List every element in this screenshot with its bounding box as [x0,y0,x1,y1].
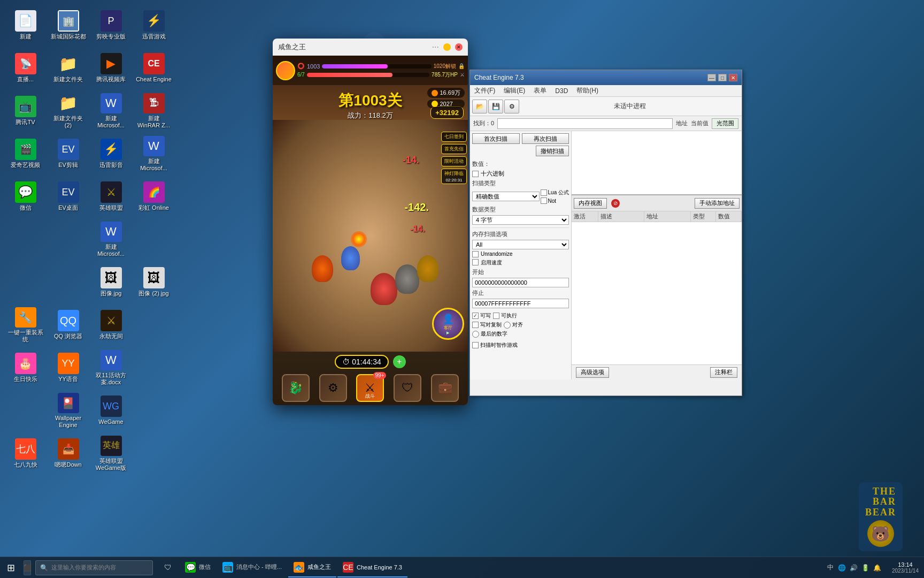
desktop-icon-wegame[interactable]: WG WeGame [91,391,131,431]
desktop-icon-img1[interactable]: 🖼 图像.jpg [91,262,131,302]
desktop-icon-qibao[interactable]: 七八 七八九快 [5,434,45,474]
desktop-icon-qq-tv[interactable]: 📺 腾讯TV [5,91,45,131]
tray-network-icon[interactable]: 🌐 [837,563,847,573]
tray-notification-icon[interactable]: 🔔 [873,563,882,573]
desktop-icon-new-doc[interactable]: 📄 新建 [5,5,45,45]
ce-undo-scan-btn[interactable]: 撤销扫描 [536,146,569,156]
ce-stop-input[interactable] [472,299,569,308]
taskbar-clock[interactable]: 13:14 2023/11/14 [887,561,924,574]
event-btn-3[interactable]: 限时活动 [441,156,467,166]
ce-menu-help[interactable]: 帮助(H) [572,85,603,96]
ce-not-checkbox[interactable] [541,197,547,204]
tray-battery-icon[interactable]: 🔋 [861,563,871,573]
desktop-icon-ev-recorder[interactable]: EV EV剪辑 [48,134,88,174]
ce-next-scan-btn[interactable]: 再次扫描 [522,133,569,144]
ce-minimize-button[interactable]: — [707,74,716,81]
desktop-icon-folder2[interactable]: 📁 新建文件夹 (2) [48,91,88,131]
ce-value-type-select[interactable]: 4 字节 2 字节 8 字节 Float Double [472,215,569,225]
ce-unrandom-checkbox[interactable] [472,251,479,257]
desktop-icon-qq-browser[interactable]: QQ QQ 浏览器 [48,305,88,345]
taskbar-search-bar[interactable]: 🔍 这里输入你要搜索的内容 [35,560,153,575]
desktop-icon-ev-wall[interactable]: EV EV桌面 [48,177,88,217]
desktop-icon-winrar[interactable]: 🗜 新建 WinRAR Z... [134,91,174,131]
desktop-icon-img2[interactable]: 🖼 图像 (2).jpg [134,262,174,302]
desktop-icon-ms-new2[interactable]: W 新建 Microsof... [134,134,174,174]
ce-val-type-btn[interactable]: 光范围 [712,118,738,129]
add-button[interactable]: + [393,355,406,368]
ce-tool-save[interactable]: 💾 [488,100,503,113]
ce-add-manual-btn[interactable]: 手动添加地址 [695,198,740,209]
ce-col-type: 类型 [691,211,717,222]
ce-disable-speed-checkbox[interactable] [472,259,479,265]
desktop-icon-birthday[interactable]: 🎂 生日快乐 [5,348,45,388]
window-minimize-button[interactable] [443,43,451,51]
ce-lua-checkbox[interactable] [541,189,547,196]
ce-tool-open[interactable]: 📂 [472,100,487,113]
desktop-icon-xunlei-game[interactable]: ⚡ 迅雷游戏 [134,5,174,45]
ce-menu-edit[interactable]: 编辑(E) [499,85,529,96]
desktop-icon-new-ms[interactable]: W 新建 Microsof... [91,91,131,131]
ce-advanced-btn[interactable]: 高级选项 [576,367,609,378]
skill-btn-1[interactable]: 🐉 [282,374,310,402]
desktop-icon-wechat[interactable]: 💬 微信 [5,177,45,217]
event-btn-4[interactable]: 神灯降临02:20:31 [441,169,467,184]
skill-btn-3[interactable]: 🛡 [394,374,421,402]
room-button[interactable]: 👤 客厅 ▶ [432,308,464,340]
taskbar-item-ce[interactable]: CE Cheat Engine 7.3 [337,558,407,577]
desktop-icon-tencent-video[interactable]: ▶ 腾讯视频库 [91,48,131,88]
desktop-icon-intl-plaza[interactable]: 新城国际花都 [48,5,88,45]
window-close-button[interactable]: ✕ [455,43,463,51]
tray-sound-icon[interactable]: 🔊 [849,563,859,573]
ce-scan-type-select[interactable]: 精确数值 模糊扫描 未知初始值 [472,192,540,201]
event-btn-1[interactable]: 七日签到 [441,132,467,142]
ce-last-digit-radio[interactable] [472,331,479,338]
ce-mem-view-btn[interactable]: 内存视图 [574,198,607,209]
tray-input-icon[interactable]: 中 [826,563,835,573]
ce-menu-table[interactable]: 表单 [529,85,551,96]
desktop-icon-yongbao[interactable]: ⚔ 永劫无间 [91,305,131,345]
skill-btn-4[interactable]: 💼 [431,374,459,402]
desktop-icon-xunlei-video[interactable]: ⚡ 迅雷影音 [91,134,131,174]
start-button[interactable]: ⊞ [0,557,21,579]
ce-tool-settings[interactable]: ⚙ [504,100,519,113]
ce-menu-d3d[interactable]: D3D [551,86,572,96]
taskbar-item-wechat[interactable]: 💬 微信 [180,558,216,577]
desktop-icon-nenenu[interactable]: 📥 嗯嗯Down [48,434,88,474]
desktop-icon-double11[interactable]: W 双11活动方案.docx [91,348,131,388]
desktop-icon-iqiyi[interactable]: 🎬 爱奇艺视频 [5,134,45,174]
desktop-icon-wallpaper[interactable]: 🎴 Wallpaper Engine [48,391,88,431]
desktop-icon-hero-league[interactable]: ⚔ 英雄联盟 [91,177,131,217]
desktop-icon-premiere[interactable]: P 剪映专业版 [91,5,131,45]
desktop-icon-yy[interactable]: YY YY语音 [48,348,88,388]
taskbar-item-fish-game[interactable]: 🐟 咸鱼之王 [288,558,336,577]
desktop-icon-new-ms3[interactable]: W 新建 Microsof... [91,219,131,260]
ce-hex-checkbox[interactable] [472,171,479,177]
taskbar-item-news[interactable]: 📺 消息中心 - 哔哩... [217,558,287,577]
task-view-button[interactable]: ⬛ [24,560,31,575]
ce-copy-checkbox[interactable] [472,322,479,328]
ce-menu-file[interactable]: 文件(F) [470,85,499,96]
ce-scan-rtti-checkbox[interactable] [472,342,479,348]
ce-close-button[interactable]: ✕ [729,74,737,81]
ce-align-radio[interactable] [504,322,511,329]
ce-red-circle-btn[interactable]: ⊘ [611,199,620,208]
skill-btn-2[interactable]: ⚙ [319,374,347,402]
ce-executable-checkbox[interactable] [493,313,499,319]
skill-btn-battle[interactable]: ⚔ 99+ 战斗 [356,374,384,402]
ce-notes-btn[interactable]: 注释栏 [710,367,737,378]
taskbar-item-security[interactable]: 🛡 [157,558,179,577]
desktop-icon-hero-wegame[interactable]: 英雄 英雄联盟 WeGame版 [91,434,131,474]
event-btn-2[interactable]: 首充先估 [441,144,467,154]
ce-first-scan-btn[interactable]: 首次扫描 [472,133,520,144]
ce-all-select[interactable]: All [472,240,569,249]
desktop-icon-broadcast[interactable]: 📡 直播... [5,48,45,88]
desktop-icon-cheat-engine[interactable]: CE Cheat Engine [134,48,174,88]
window-more-button[interactable]: ··· [432,43,439,51]
ce-process-input[interactable] [497,118,673,129]
desktop-icon-caihong[interactable]: 🌈 彩虹 Online [134,177,174,217]
desktop-icon-folder1[interactable]: 📁 新建文件夹 [48,48,88,88]
ce-start-input[interactable] [472,278,569,287]
ce-restore-button[interactable]: □ [718,74,727,81]
ce-writable-checkbox[interactable] [472,313,479,319]
desktop-icon-one-key[interactable]: 🔧 一键一重装系统 [5,305,45,345]
